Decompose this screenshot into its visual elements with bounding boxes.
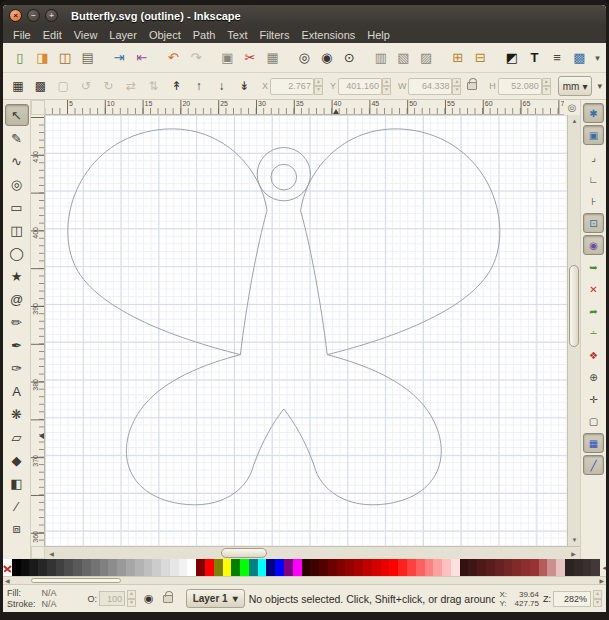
zoom-spin-up-icon[interactable]: ▲ <box>593 590 602 599</box>
layers-dialog-icon[interactable]: ≡ <box>546 46 568 70</box>
color-swatch[interactable] <box>91 559 100 576</box>
snap-path-intersections-icon[interactable]: ✕ <box>583 279 604 299</box>
zoom-tool-icon[interactable]: ◎ <box>5 173 29 195</box>
field-y-input[interactable]: 401.160 <box>338 78 382 95</box>
spin-up-icon[interactable]: ▲ <box>314 78 323 87</box>
bucket-tool-icon[interactable]: ◆ <box>5 449 29 471</box>
toolbar-overflow-icon[interactable]: ▾ <box>595 53 600 63</box>
color-swatch[interactable] <box>345 559 354 576</box>
palette-scrollbar[interactable]: ◀ ▶ <box>3 576 606 584</box>
color-swatch[interactable] <box>468 559 477 576</box>
color-swatch[interactable] <box>530 559 539 576</box>
xml-editor-icon[interactable]: ▩ <box>569 46 591 70</box>
color-swatch[interactable] <box>328 559 337 576</box>
gradient-tool-icon[interactable]: ◧ <box>5 472 29 494</box>
spin-up-icon[interactable]: ▲ <box>382 78 391 87</box>
color-swatch[interactable] <box>56 559 65 576</box>
color-swatch[interactable] <box>407 559 416 576</box>
minimize-icon[interactable]: − <box>27 9 40 22</box>
color-swatch[interactable] <box>100 559 109 576</box>
color-swatch[interactable] <box>170 559 179 576</box>
color-swatch[interactable] <box>433 559 442 576</box>
maximize-icon[interactable]: + <box>45 9 58 22</box>
color-swatch[interactable] <box>249 559 258 576</box>
corner-zoom-icon[interactable]: ◎ <box>564 100 580 115</box>
field-w-input[interactable]: 64.338 <box>408 78 452 95</box>
color-swatch[interactable] <box>284 559 293 576</box>
raise-icon[interactable]: ↑ <box>188 75 210 97</box>
menu-layer[interactable]: Layer <box>103 28 143 42</box>
spray-tool-icon[interactable]: ❋ <box>5 403 29 425</box>
butterfly-hole-circle[interactable] <box>271 164 297 190</box>
fill-stroke-dialog-icon[interactable]: ◩ <box>501 46 523 70</box>
snap-paths-icon[interactable]: ➥ <box>583 257 604 277</box>
ellipse-tool-icon[interactable]: ◯ <box>5 242 29 264</box>
palette-scroll-right-icon[interactable]: ▶ <box>599 577 604 584</box>
color-swatch[interactable] <box>591 559 600 576</box>
opacity-spin-down-icon[interactable]: ▼ <box>127 599 136 608</box>
color-swatch[interactable] <box>495 559 504 576</box>
spin-up-icon[interactable]: ▲ <box>542 78 551 87</box>
color-swatch[interactable] <box>12 559 21 576</box>
horizontal-ruler[interactable]: 510152025303540455055606570 <box>45 100 564 115</box>
lock-ratio-icon[interactable] <box>467 82 477 90</box>
select-all-icon[interactable]: ▦ <box>7 75 29 97</box>
color-swatch[interactable] <box>302 559 311 576</box>
node-tool-icon[interactable]: ✎ <box>5 127 29 149</box>
butterfly-right-wing-path[interactable] <box>301 129 500 355</box>
snap-nodes-icon[interactable]: ◉ <box>583 235 604 255</box>
color-swatch[interactable] <box>337 559 346 576</box>
field-x-spinner[interactable]: ▲▼ <box>314 78 323 95</box>
color-swatch[interactable] <box>583 559 592 576</box>
color-swatch[interactable] <box>354 559 363 576</box>
color-swatch[interactable] <box>547 559 556 576</box>
color-swatch[interactable] <box>240 559 249 576</box>
color-swatch[interactable] <box>38 559 47 576</box>
color-swatch[interactable] <box>416 559 425 576</box>
vertical-scrollbar[interactable]: ▲ ▼ <box>567 115 580 546</box>
palette-scrollbar-thumb[interactable] <box>31 578 121 583</box>
opacity-control[interactable]: O: 100 ▲▼ <box>88 590 137 607</box>
menu-file[interactable]: File <box>7 28 37 42</box>
menu-view[interactable]: View <box>68 28 104 42</box>
color-swatch[interactable] <box>82 559 91 576</box>
field-h-input[interactable]: 52.080 <box>498 78 542 95</box>
spin-down-icon[interactable]: ▼ <box>314 86 323 95</box>
vertical-ruler[interactable]: 410400390380370360 <box>31 115 45 546</box>
export-icon[interactable]: ⇤ <box>131 46 153 70</box>
color-swatch[interactable] <box>486 559 495 576</box>
text-tool-icon[interactable]: A <box>5 380 29 402</box>
toolctl-overflow-icon[interactable]: ▾ <box>597 81 602 91</box>
color-swatch[interactable] <box>275 559 284 576</box>
color-swatch[interactable] <box>381 559 390 576</box>
field-y-spinner[interactable]: ▲▼ <box>382 78 391 95</box>
new-document-icon[interactable]: ▯ <box>9 46 31 70</box>
color-swatch[interactable] <box>117 559 126 576</box>
spin-down-icon[interactable]: ▼ <box>542 86 551 95</box>
snap-bbox-corners-icon[interactable]: ∟ <box>583 169 604 189</box>
layer-visibility-eye-icon[interactable]: ◉ <box>144 592 154 605</box>
swatch-none[interactable] <box>3 559 12 576</box>
snap-object-centers-icon[interactable]: ⊕ <box>583 367 604 387</box>
opacity-input[interactable]: 100 <box>99 591 125 606</box>
ungroup-icon[interactable]: ⊟ <box>469 46 491 70</box>
palette-overflow-icon[interactable]: ◂ <box>602 564 606 572</box>
color-swatch[interactable] <box>293 559 302 576</box>
color-swatch[interactable] <box>539 559 548 576</box>
calligraphy-tool-icon[interactable]: ✑ <box>5 357 29 379</box>
canvas[interactable] <box>45 115 567 546</box>
layer-lock-icon[interactable] <box>163 595 173 603</box>
snap-bbox-centers-icon[interactable]: ⊡ <box>583 213 604 233</box>
snap-others-icon[interactable]: ❖ <box>583 345 604 365</box>
eraser-tool-icon[interactable]: ▱ <box>5 426 29 448</box>
raise-to-top-icon[interactable]: ↟ <box>165 75 187 97</box>
color-swatch[interactable] <box>231 559 240 576</box>
dropper-tool-icon[interactable]: ∕ <box>5 495 29 517</box>
color-swatch[interactable] <box>565 559 574 576</box>
menu-extensions[interactable]: Extensions <box>295 28 361 42</box>
star-tool-icon[interactable]: ★ <box>5 265 29 287</box>
unit-selector[interactable]: mm▾ <box>558 76 593 96</box>
menu-filters[interactable]: Filters <box>254 28 296 42</box>
paste-icon[interactable]: ▦ <box>262 46 284 70</box>
title-bar[interactable]: × − + Butterfly.svg (outline) - Inkscape <box>3 5 606 26</box>
